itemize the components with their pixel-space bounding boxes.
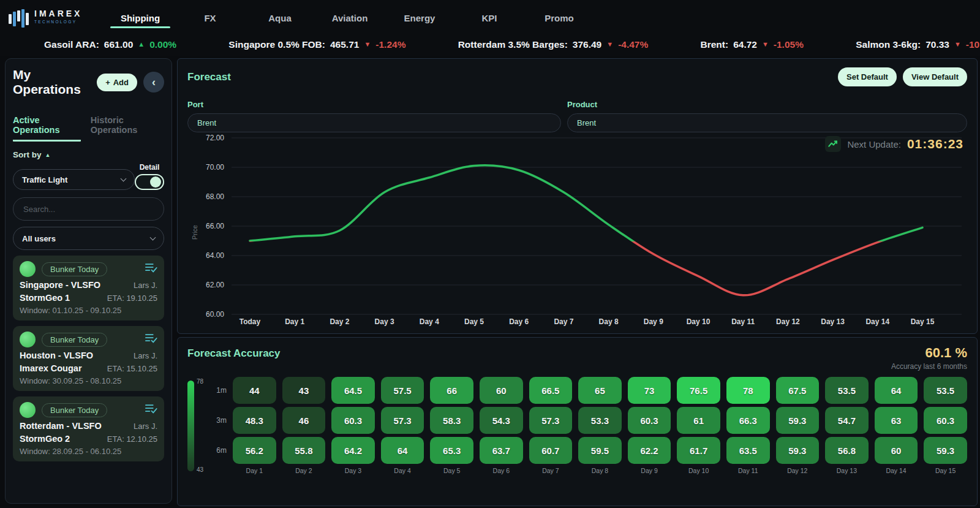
svg-text:68.00: 68.00 <box>206 192 224 201</box>
product-label: Product <box>567 100 967 109</box>
ticker-value: 70.33 <box>925 39 949 50</box>
traffic-light-icon <box>20 332 36 347</box>
heatmap-day-label: Day 8 <box>578 467 622 474</box>
heatmap-cell: 57.5 <box>381 377 424 404</box>
operation-card[interactable]: Bunker TodaySingapore - VLSFOLars J.Stor… <box>13 256 164 320</box>
heatmap-cell: 65 <box>578 377 622 404</box>
collapse-sidebar-button[interactable]: ‹ <box>143 72 164 93</box>
heatmap-cell: 64.5 <box>331 377 375 404</box>
ticker-item: Salmon 3-6kg:70.33▼-10.1% <box>856 39 980 50</box>
traffic-light-icon <box>20 261 36 277</box>
heatmap-cell: 53.3 <box>578 407 622 434</box>
ticker-change: 0.00% <box>149 39 176 50</box>
svg-text:Day 2: Day 2 <box>330 317 349 326</box>
heatmap-cell: 60.3 <box>924 407 967 434</box>
heatmap-day-label: Day 14 <box>875 467 918 474</box>
svg-text:Day 10: Day 10 <box>687 317 710 326</box>
heatmap-cell: 57.3 <box>529 407 573 434</box>
tab-kpi[interactable]: KPI <box>454 4 524 29</box>
operation-card[interactable]: Bunker TodayHouston - VLSFOLars J.Imarex… <box>13 326 164 391</box>
toggle-knob <box>150 176 161 188</box>
status-badge: Bunker Today <box>42 262 107 276</box>
triangle-down-icon: ▼ <box>762 40 769 48</box>
heatmap-cell: 59.5 <box>578 437 622 464</box>
ticker-change: -10.1% <box>966 39 980 50</box>
operation-card[interactable]: Bunker TodayRotterdam - VLSFOLars J.Stor… <box>13 396 164 461</box>
sort-asc-icon[interactable]: ▲ <box>45 152 51 158</box>
next-update-label: Next Update: <box>847 139 901 150</box>
product-select[interactable]: Brent <box>567 113 967 132</box>
chevron-down-icon <box>150 235 156 241</box>
svg-text:Today: Today <box>239 317 261 326</box>
heatmap-day-label: Day 4 <box>381 467 424 474</box>
heatmap-cell: 67.5 <box>776 377 820 404</box>
heatmap-cell: 61 <box>677 407 720 434</box>
svg-text:64.00: 64.00 <box>206 251 224 260</box>
heatmap-cell: 63.5 <box>726 437 770 464</box>
sidebar: My Operations + Add ‹ Active OperationsH… <box>5 58 172 504</box>
legend-gradient-bar <box>187 381 194 471</box>
tab-fx[interactable]: FX <box>175 4 245 29</box>
tab-energy[interactable]: Energy <box>385 4 454 29</box>
heatmap-cell: 56.2 <box>233 437 276 464</box>
heatmap-legend: 78 43 <box>187 377 212 474</box>
heatmap-day-label: Day 2 <box>282 467 326 474</box>
heatmap-cell: 57.3 <box>381 407 424 434</box>
checklist-icon[interactable] <box>145 262 157 276</box>
tab-promo[interactable]: Promo <box>524 4 594 29</box>
checklist-icon[interactable] <box>145 403 157 417</box>
trend-up-icon <box>825 136 841 152</box>
heatmap-cell: 64 <box>381 437 424 464</box>
checklist-icon[interactable] <box>145 333 157 346</box>
heatmap-cell: 60.3 <box>628 407 671 434</box>
heatmap-cell: 66.5 <box>529 377 573 404</box>
operation-route: Houston - VLSFO <box>20 351 93 360</box>
add-operation-button[interactable]: + Add <box>97 74 137 91</box>
heatmap-day-label: Day 10 <box>677 467 720 474</box>
heatmap-cell: 64.2 <box>331 437 375 464</box>
heatmap-cell: 66 <box>430 377 473 404</box>
accuracy-subtitle: Accuracy last 6 months <box>891 362 967 371</box>
sidebar-tab-historic-operations[interactable]: Historic Operations <box>91 115 164 142</box>
users-select[interactable]: All users <box>13 227 164 250</box>
detail-toggle[interactable] <box>135 174 164 190</box>
heatmap-cell: 63.7 <box>480 437 523 464</box>
operation-window: Window: 28.09.25 - 06.10.25 <box>20 447 157 456</box>
svg-text:Day 6: Day 6 <box>509 317 529 326</box>
detail-label: Detail <box>135 163 164 172</box>
heatmap-cell: 66.3 <box>726 407 770 434</box>
logo[interactable]: IMAREX TECHNOLOGY <box>0 6 123 28</box>
svg-text:Day 9: Day 9 <box>644 317 663 326</box>
heatmap-row: 6m56.255.864.26465.363.760.759.562.261.7… <box>212 437 967 464</box>
heatmap-cell: 58.3 <box>430 407 473 434</box>
sidebar-tab-active-operations[interactable]: Active Operations <box>13 115 81 142</box>
tab-aviation[interactable]: Aviation <box>315 4 385 29</box>
heatmap-day-label: Day 3 <box>331 467 375 474</box>
heatmap-day-label: Day 15 <box>924 467 967 474</box>
svg-text:Day 4: Day 4 <box>420 317 439 326</box>
operation-vessel: StormGeo 2 <box>20 434 70 444</box>
view-default-button[interactable]: View Default <box>903 67 967 86</box>
svg-text:Day 1: Day 1 <box>285 317 304 326</box>
heatmap-day-label: Day 7 <box>529 467 573 474</box>
operation-user: Lars J. <box>134 281 157 290</box>
heatmap-cell: 46 <box>282 407 326 434</box>
accuracy-heatmap: 78 43 1m444364.557.5666066.5657376.57867… <box>187 377 967 474</box>
svg-text:70.00: 70.00 <box>206 163 224 172</box>
logo-title: IMAREX <box>34 9 82 18</box>
ticker-change: -1.24% <box>375 39 405 50</box>
set-default-button[interactable]: Set Default <box>838 67 897 86</box>
status-badge: Bunker Today <box>42 403 107 417</box>
top-nav: IMAREX TECHNOLOGY ShippingFXAquaAviation… <box>0 0 980 33</box>
heatmap-cell: 54.3 <box>480 407 523 434</box>
heatmap-day-label: Day 1 <box>233 467 276 474</box>
sort-by-label: Sort by <box>13 150 42 159</box>
ticker-value: 661.00 <box>104 39 133 50</box>
heatmap-day-label: Day 6 <box>480 467 523 474</box>
search-input[interactable] <box>13 197 164 221</box>
tab-aqua[interactable]: Aqua <box>245 4 315 29</box>
tab-shipping[interactable]: Shipping <box>105 4 175 29</box>
port-select[interactable]: Brent <box>187 113 561 132</box>
sort-select[interactable]: Traffic Light <box>13 169 135 190</box>
ticker-label: Singapore 0.5% FOB: <box>228 39 325 50</box>
